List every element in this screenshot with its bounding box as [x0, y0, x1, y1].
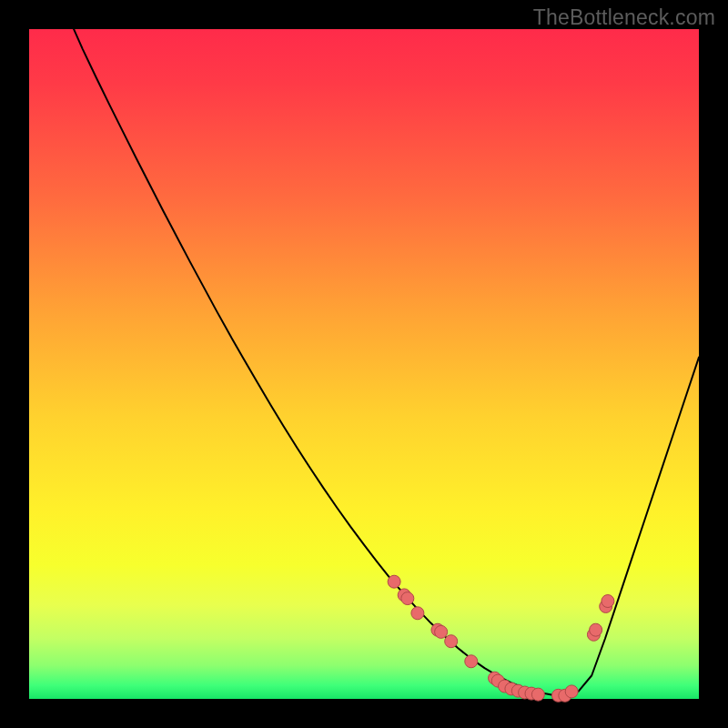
marker-point [388, 575, 400, 588]
marker-point [565, 685, 578, 698]
bottleneck-curve [29, 0, 699, 695]
curve-path [29, 0, 699, 695]
marker-point [411, 607, 424, 620]
marker-point [602, 595, 614, 608]
data-markers [388, 575, 614, 702]
marker-point [531, 688, 544, 701]
marker-point [445, 635, 458, 648]
marker-point [435, 625, 448, 638]
marker-point [401, 592, 414, 605]
plot-overlay [29, 29, 699, 699]
marker-point [465, 655, 478, 668]
marker-point [590, 623, 602, 636]
chart-frame: TheBottleneck.com [0, 0, 728, 728]
watermark-text: TheBottleneck.com [533, 5, 715, 30]
